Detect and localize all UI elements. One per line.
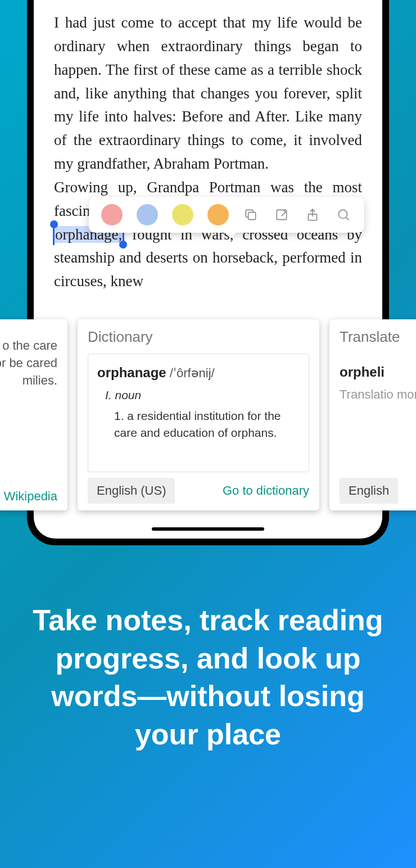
translate-language-button[interactable]: English — [340, 478, 398, 504]
share-icon[interactable] — [304, 206, 321, 223]
lookup-cards[interactable]: ential on or o the care who, for be care… — [0, 319, 416, 510]
dictionary-pronunciation: /ˈôrfənij/ — [170, 366, 215, 380]
translate-title: Translate — [340, 328, 416, 346]
copy-icon[interactable] — [242, 206, 259, 223]
svg-point-3 — [338, 210, 347, 218]
translate-card[interactable]: Translate orpheli Translatio more, vis E… — [329, 319, 416, 510]
note-icon[interactable] — [273, 206, 290, 223]
dictionary-title: Dictionary — [88, 328, 309, 346]
search-icon[interactable] — [335, 206, 352, 223]
promo-text: Take notes, track reading progress, and … — [22, 602, 394, 753]
highlight-pink[interactable] — [101, 204, 123, 225]
wikipedia-snippet: ential on or o the care who, for be care… — [0, 328, 57, 483]
dictionary-card[interactable]: Dictionary orphanage /ˈôrfənij/ I. noun … — [78, 319, 319, 510]
go-to-dictionary-link[interactable]: Go to dictionary — [223, 483, 309, 498]
highlight-blue[interactable] — [137, 204, 158, 225]
home-indicator[interactable] — [152, 527, 264, 531]
dictionary-word: orphanage — [97, 365, 166, 380]
wikipedia-card[interactable]: ential on or o the care who, for be care… — [0, 319, 67, 510]
language-button[interactable]: English (US) — [88, 478, 175, 504]
paragraph-2: Growing up, Grandpa Portman was the most… — [54, 176, 362, 293]
dictionary-body: orphanage /ˈôrfənij/ I. noun 1. a reside… — [88, 354, 309, 472]
reader-content[interactable]: I had just come to accept that my life w… — [34, 0, 382, 293]
paragraph-1: I had just come to accept that my life w… — [54, 11, 362, 176]
dictionary-definition: a residential institution for the care a… — [114, 409, 281, 438]
wikipedia-link[interactable]: Wikipedia — [4, 489, 57, 504]
svg-rect-0 — [248, 213, 256, 220]
translate-snippet: Translatio more, vis — [340, 386, 416, 404]
highlight-orange[interactable] — [207, 204, 229, 225]
highlight-yellow[interactable] — [172, 204, 193, 225]
selection-toolbar — [89, 197, 364, 233]
translate-word: orpheli — [340, 363, 416, 382]
